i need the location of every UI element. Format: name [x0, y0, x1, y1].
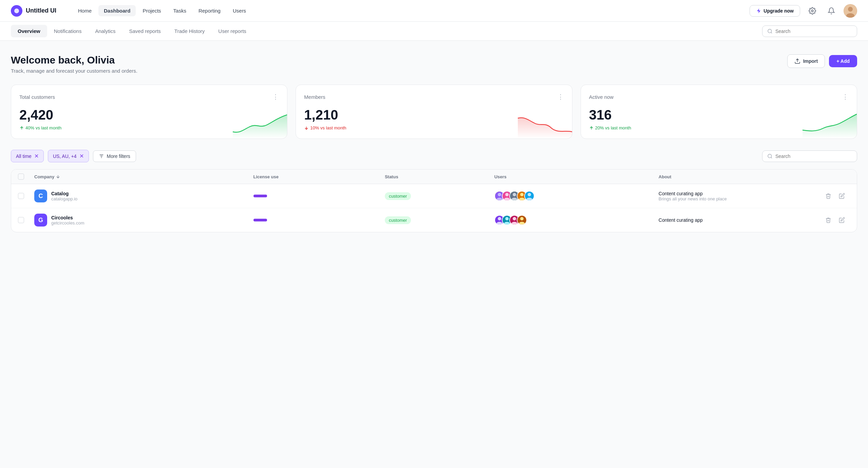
svg-point-19 [520, 193, 524, 196]
nav-reporting[interactable]: Reporting [193, 5, 226, 16]
data-table: Company License use Status Users About [11, 169, 857, 232]
edit-button-2[interactable] [836, 215, 847, 226]
company-url-1: catalogapp.io [51, 196, 77, 201]
logo-icon [11, 5, 22, 17]
import-label: Import [803, 58, 818, 64]
user-avatar-2d [517, 215, 527, 225]
license-bar-1 [253, 195, 267, 197]
tab-overview[interactable]: Overview [11, 25, 47, 37]
nav-home[interactable]: Home [73, 5, 97, 16]
users-cell-1 [494, 191, 659, 201]
settings-button[interactable] [806, 4, 819, 18]
license-bar-2 [253, 219, 267, 221]
filter-chip-all-time-close[interactable]: ✕ [34, 153, 39, 159]
tab-trade-history[interactable]: Trade History [168, 25, 211, 37]
filter-chip-geo[interactable]: US, AU, +4 ✕ [48, 150, 89, 162]
avatar-image [844, 4, 857, 18]
filter-search-icon [767, 154, 773, 159]
row-2-checkbox[interactable] [18, 217, 24, 223]
stat-card-total-customers: Total customers ⋮ 2,420 40% vs last mont… [11, 85, 287, 139]
th-checkbox [18, 174, 34, 180]
stat-card-header-1: Total customers ⋮ [19, 93, 279, 101]
welcome-text: Welcome back, Olivia Track, manage and f… [11, 54, 137, 74]
sort-icon[interactable] [56, 174, 60, 179]
stat-title-1: Total customers [19, 94, 55, 100]
filter-chip-all-time[interactable]: All time ✕ [11, 150, 44, 162]
upgrade-button[interactable]: Upgrade now [750, 5, 800, 17]
company-info-1: Catalog catalogapp.io [51, 191, 77, 201]
svg-point-4 [768, 29, 772, 33]
stat-card-header-3: Active now ⋮ [589, 93, 849, 101]
row-checkbox-1[interactable] [18, 193, 34, 199]
filter-search-input[interactable] [775, 154, 852, 159]
filter-row: All time ✕ US, AU, +4 ✕ More filters [11, 150, 857, 162]
status-cell-1: customer [385, 192, 494, 200]
about-desc-1: Brings all your news into one place [659, 196, 823, 201]
company-logo-1: C [34, 190, 47, 202]
add-button[interactable]: + Add [829, 55, 857, 67]
th-actions [823, 174, 850, 180]
nav-dashboard[interactable]: Dashboard [98, 5, 136, 16]
delete-button-2[interactable] [823, 215, 834, 226]
company-name-2: Circooles [51, 215, 84, 220]
dots-menu-1[interactable]: ⋮ [272, 93, 279, 101]
table-row: G Circooles getcircooles.com customer [11, 208, 857, 232]
stat-title-2: Members [304, 94, 325, 100]
th-status: Status [385, 174, 494, 180]
top-nav: Untitled UI Home Dashboard Projects Task… [0, 0, 868, 22]
edit-button-1[interactable] [836, 191, 847, 201]
users-cell-2 [494, 215, 659, 225]
about-cell-1: Content curating app Brings all your new… [659, 191, 823, 201]
svg-point-16 [513, 193, 516, 196]
nav-users[interactable]: Users [227, 5, 251, 16]
filter-chip-geo-close[interactable]: ✕ [79, 153, 84, 159]
filter-search-box[interactable] [762, 150, 857, 162]
import-button[interactable]: Import [787, 54, 825, 68]
nav-projects[interactable]: Projects [137, 5, 166, 16]
gear-icon [809, 7, 816, 15]
trash-icon-1 [825, 193, 831, 199]
svg-point-13 [505, 193, 509, 196]
app-title: Untitled UI [26, 7, 56, 14]
svg-point-34 [520, 217, 524, 220]
arrow-up-icon-3 [589, 126, 594, 130]
tab-notifications[interactable]: Notifications [47, 25, 89, 37]
table-row: C Catalog catalogapp.io customer [11, 184, 857, 208]
row-actions-1 [823, 191, 850, 201]
welcome-subtext: Track, manage and forecast your customer… [11, 68, 137, 74]
nav-tasks[interactable]: Tasks [168, 5, 192, 16]
arrow-down-icon-2 [304, 126, 309, 130]
table-header: Company License use Status Users About [11, 169, 857, 184]
user-avatar-1e [524, 191, 534, 201]
tab-analytics[interactable]: Analytics [88, 25, 122, 37]
tab-user-reports[interactable]: User reports [211, 25, 253, 37]
company-info-2: Circooles getcircooles.com [51, 215, 84, 226]
dots-menu-3[interactable]: ⋮ [842, 93, 849, 101]
stat-chart-2 [518, 111, 572, 139]
status-badge-1: customer [385, 192, 411, 200]
delete-button-1[interactable] [823, 191, 834, 201]
nav-links: Home Dashboard Projects Tasks Reporting … [73, 5, 739, 16]
users-avatars-1 [494, 191, 659, 201]
tab-saved-reports[interactable]: Saved reports [122, 25, 167, 37]
header-checkbox[interactable] [18, 174, 24, 180]
sub-nav-search-box[interactable] [762, 25, 857, 37]
about-cell-2: Content curating app [659, 217, 823, 223]
row-checkbox-2[interactable] [18, 217, 34, 223]
more-filters-button[interactable]: More filters [93, 150, 136, 162]
import-icon [794, 58, 800, 64]
dots-menu-2[interactable]: ⋮ [558, 93, 564, 101]
row-1-checkbox[interactable] [18, 193, 24, 199]
filter-chip-all-time-label: All time [16, 154, 32, 159]
company-name-1: Catalog [51, 191, 77, 196]
svg-point-28 [505, 217, 509, 220]
notifications-button[interactable] [825, 4, 838, 18]
stat-chart-1 [233, 111, 287, 139]
welcome-heading: Welcome back, Olivia [11, 54, 137, 66]
th-users: Users [494, 174, 659, 180]
upgrade-label: Upgrade now [763, 8, 794, 14]
logo-area[interactable]: Untitled UI [11, 5, 56, 17]
user-avatar[interactable] [844, 4, 857, 18]
logo-inner-circle [14, 8, 19, 13]
search-input[interactable] [775, 29, 852, 34]
